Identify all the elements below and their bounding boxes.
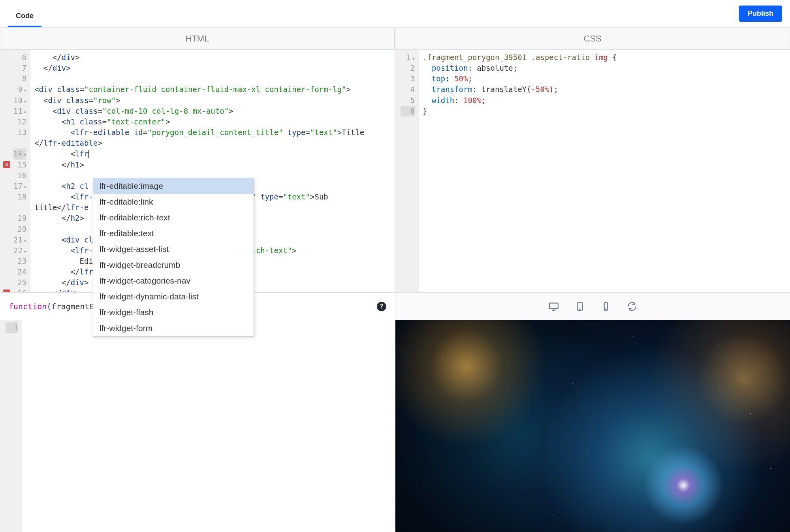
autocomplete-item[interactable]: lfr-widget-breadcrumb: [93, 257, 254, 273]
html-editor-pane: HTML 678910111213 14✖15161718 1920212223…: [0, 28, 395, 292]
preview-image: [395, 320, 790, 532]
html-panel-header: HTML: [0, 28, 395, 50]
js-signature-keyword: function: [9, 302, 47, 311]
error-icon: ✖: [3, 161, 10, 168]
publish-button[interactable]: Publish: [739, 6, 782, 22]
html-gutter: 678910111213 14✖15161718 19202122232425✖…: [0, 50, 30, 292]
mobile-icon[interactable]: [601, 301, 611, 312]
autocomplete-item[interactable]: lfr-widget-asset-list: [93, 241, 254, 257]
js-editor[interactable]: 1: [0, 320, 395, 532]
js-gutter: 1: [0, 320, 22, 532]
autocomplete-item[interactable]: lfr-editable:text: [93, 226, 254, 241]
preview-toolbar: [395, 292, 790, 320]
css-code-area[interactable]: .fragment_porygon_39501 .aspect-ratio im…: [419, 50, 790, 292]
autocomplete-item[interactable]: lfr-widget-form: [93, 320, 254, 336]
autocomplete-item[interactable]: lfr-widget-flash: [93, 305, 254, 320]
autocomplete-item[interactable]: lfr-widget-dynamic-data-list: [93, 289, 254, 305]
tablet-icon[interactable]: [575, 301, 585, 312]
css-editor-pane: CSS 123456 .fragment_porygon_39501 .aspe…: [395, 28, 790, 292]
autocomplete-item[interactable]: lfr-editable:link: [93, 194, 254, 210]
preview-panel: [395, 320, 790, 532]
autocomplete-item[interactable]: lfr-widget-categories-nav: [93, 273, 254, 289]
help-icon[interactable]: ?: [377, 302, 386, 311]
tab-code[interactable]: Code: [8, 12, 41, 27]
autocomplete-popup[interactable]: lfr-editable:imagelfr-editable:linklfr-e…: [93, 178, 254, 336]
desktop-icon[interactable]: [549, 301, 559, 312]
error-icon: ✖: [3, 289, 10, 292]
topbar: Code Publish: [0, 0, 790, 28]
svg-point-2: [579, 308, 580, 309]
js-code-area[interactable]: [22, 320, 395, 532]
css-editor[interactable]: 123456 .fragment_porygon_39501 .aspect-r…: [395, 50, 790, 292]
css-panel-header: CSS: [395, 28, 790, 50]
css-gutter: 123456: [395, 50, 419, 292]
autocomplete-item[interactable]: lfr-editable:rich-text: [93, 210, 254, 226]
refresh-icon[interactable]: [627, 301, 637, 312]
svg-point-4: [606, 308, 606, 309]
autocomplete-item[interactable]: lfr-editable:image: [93, 178, 254, 194]
svg-rect-0: [549, 303, 558, 308]
tabs: Code: [8, 0, 41, 27]
